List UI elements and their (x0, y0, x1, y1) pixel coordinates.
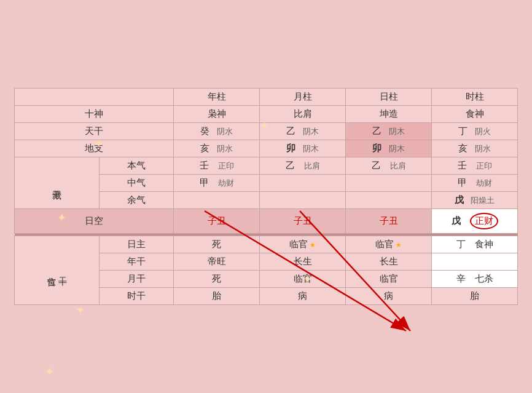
popup-ding-char: 丁 (456, 239, 466, 249)
rikong-nian-val: 子丑 (208, 216, 226, 226)
popup-wu-char: 戊 (452, 216, 461, 226)
rikong-ri: 子丑 (346, 209, 432, 234)
shishen-ri: 坤造 (346, 106, 432, 123)
shier-shigan-yue: 病 (260, 288, 346, 305)
header-ri: 日柱 (346, 89, 432, 106)
dizhi-nian-char: 亥 (200, 143, 209, 153)
popup-xin-attr: 七杀 (475, 274, 493, 284)
canggan-label: 藏干 (15, 157, 100, 209)
shier-label: 十二宫位 (15, 236, 100, 305)
tiangan-yue-attr: 阴木 (303, 127, 319, 136)
benqi-ri: 乙 比肩 (346, 157, 432, 175)
benqi-nian: 壬 正印 (174, 157, 260, 175)
zhongqi-yue (260, 175, 346, 192)
tiangan-ri-char: 乙 (372, 126, 381, 136)
dizhi-yue: 卯 阴木 (260, 140, 346, 157)
shishen-shi: 食神 (432, 106, 518, 123)
shier-popup-empty1 (432, 253, 518, 271)
header-yue: 月柱 (260, 89, 346, 106)
dizhi-ri-attr: 阴木 (389, 144, 405, 153)
zhongqi-label: 中气 (99, 175, 173, 192)
dizhi-shi: 亥 阴水 (432, 140, 518, 157)
shier-shigan-label: 时干 (99, 288, 173, 305)
shier-yuegan-nian: 死 (174, 271, 260, 288)
shier-shigan-nian: 胎 (174, 288, 260, 305)
tiangan-nian: 癸 阴水 (174, 123, 260, 140)
zhongqi-nian-char: 甲 (200, 178, 209, 188)
shier-niangan-yue: 长生 (260, 253, 346, 271)
yuqi-label: 余气 (99, 192, 173, 209)
shier-shigan-ri: 病 (346, 288, 432, 305)
canggan-benqi-row: 藏干 本气 壬 正印 乙 比肩 乙 比肩 壬 正印 (15, 157, 518, 175)
shishen-yue: 比肩 (260, 106, 346, 123)
popup-xin-char: 辛 (456, 274, 466, 284)
shier-yuegan-yue: 临官 (260, 271, 346, 288)
benqi-shi: 壬 正印 (432, 157, 518, 175)
yuqi-nian (174, 192, 260, 209)
shishen-row: 十神 枭神 比肩 坤造 食神 (15, 106, 518, 123)
shier-yuegan-ri: 临官 (346, 271, 432, 288)
tiangan-shi-attr: 阴火 (475, 127, 491, 136)
tiangan-shi: 丁 阴火 (432, 123, 518, 140)
tiangan-ri: 乙 阴木 (346, 123, 432, 140)
header-row: 年柱 月柱 日柱 时柱 (15, 89, 518, 106)
shier-yuegan-label: 月干 (99, 271, 173, 288)
rikong-shi: 戊 正财 (432, 209, 518, 234)
shier-niangan-ri: 长生 (346, 253, 432, 271)
tiangan-yue-char: 乙 (286, 126, 295, 136)
benqi-ri-attr: 比肩 (390, 161, 406, 170)
benqi-nian-char: 壬 (200, 161, 209, 170)
shier-niangan-nian: 帝旺 (174, 253, 260, 271)
tiangan-label: 天干 (15, 123, 174, 140)
header-shi: 时柱 (432, 89, 518, 106)
dizhi-ri-char: 卯 (372, 143, 381, 153)
zhongqi-ri (346, 175, 432, 192)
shier-popup-ding: 丁 食神 (432, 236, 518, 253)
tiangan-shi-char: 丁 (458, 126, 467, 136)
tiangan-nian-char: 癸 (200, 126, 209, 136)
benqi-yue-attr: 比肩 (304, 161, 320, 170)
benqi-label: 本气 (99, 157, 173, 175)
shier-shigan-shi: 胎 (432, 288, 518, 305)
dizhi-nian-attr: 阴水 (217, 144, 233, 153)
benqi-yue-char: 乙 (286, 161, 295, 170)
zhongqi-nian-attr: 劫财 (218, 178, 234, 188)
yuqi-ri (346, 192, 432, 209)
shier-rizhu-yue: 临官 ★ (260, 236, 346, 253)
shier-row1: 十二宫位 日主 死 临官 ★ 临官 ★ 丁 食神 (15, 236, 518, 253)
rikong-label: 日空 (15, 209, 174, 234)
shier-popup-xin: 辛 七杀 (432, 271, 518, 288)
shishen-nian: 枭神 (174, 106, 260, 123)
shier-niangan-label: 年干 (99, 253, 173, 271)
yuqi-shi: 戊 阳燥土 (432, 192, 518, 209)
dizhi-shi-char: 亥 (458, 143, 467, 153)
zhongqi-shi-char: 甲 (458, 178, 467, 188)
header-nian: 年柱 (174, 89, 260, 106)
yuqi-shi-attr: 阳燥土 (471, 196, 495, 205)
benqi-ri-char: 乙 (372, 161, 381, 170)
popup-zhengcai: 正财 (470, 213, 498, 229)
dizhi-label: 地支 (15, 140, 174, 157)
benqi-yue: 乙 比肩 (260, 157, 346, 175)
shishen-label: 十神 (15, 106, 174, 123)
yuqi-shi-char: 戊 (455, 195, 464, 205)
rikong-nian: 子丑 (174, 209, 260, 234)
blank-header (15, 89, 174, 106)
tiangan-nian-attr: 阴水 (217, 127, 233, 136)
popup-ding-attr: 食神 (475, 239, 493, 249)
dizhi-ri: 卯 阴木 (346, 140, 432, 157)
dizhi-row: 地支 亥 阴水 卯 阴木 卯 阴木 亥 阴水 (15, 140, 518, 157)
tiangan-row: 天干 癸 阴水 乙 阴木 乙 阴木 丁 阴火 (15, 123, 518, 140)
zhongqi-shi-attr: 劫财 (476, 178, 492, 188)
dizhi-yue-char: 卯 (286, 143, 295, 153)
shier-rizhu-label: 日主 (99, 236, 173, 253)
shier-rizhu-ri: 临官 ★ (346, 236, 432, 253)
benqi-shi-attr: 正印 (476, 161, 492, 170)
rikong-row: 日空 子丑 子丑 子丑 戊 正财 (15, 209, 518, 234)
benqi-shi-char: 壬 (458, 161, 467, 170)
zhongqi-shi: 甲 劫财 (432, 175, 518, 192)
yuqi-yue (260, 192, 346, 209)
popup-line1: 戊 正财 (436, 212, 514, 231)
rikong-ri-val: 子丑 (380, 216, 398, 226)
shier-rizhu-nian: 死 (174, 236, 260, 253)
